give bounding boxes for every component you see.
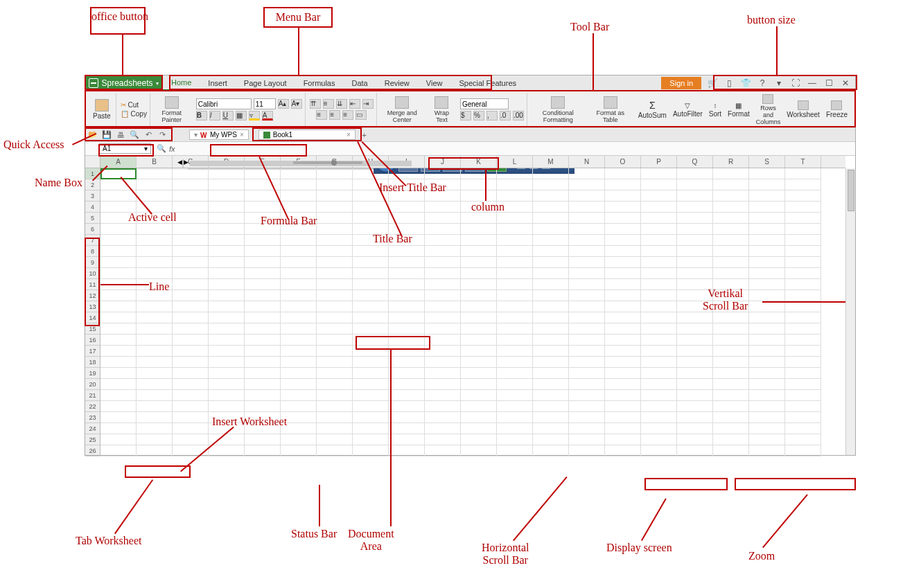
- cell[interactable]: [497, 179, 533, 190]
- cell[interactable]: [569, 423, 605, 434]
- cell[interactable]: [137, 312, 173, 323]
- col-header-Q[interactable]: Q: [677, 156, 713, 168]
- cell[interactable]: [533, 445, 569, 456]
- cell[interactable]: [749, 202, 785, 213]
- cell[interactable]: [353, 290, 389, 301]
- cell[interactable]: [461, 401, 497, 412]
- cell[interactable]: [281, 179, 317, 190]
- cell[interactable]: [137, 357, 173, 368]
- cell[interactable]: [209, 290, 245, 301]
- cell[interactable]: [317, 412, 353, 423]
- cell[interactable]: [713, 346, 749, 357]
- cell[interactable]: [245, 368, 281, 379]
- cell[interactable]: [497, 434, 533, 445]
- cell[interactable]: [461, 312, 497, 323]
- cell[interactable]: [389, 445, 425, 456]
- cell[interactable]: [317, 346, 353, 357]
- cell[interactable]: [497, 246, 533, 257]
- cell[interactable]: [749, 168, 785, 179]
- cell[interactable]: [173, 401, 209, 412]
- cell[interactable]: [100, 290, 137, 301]
- cell[interactable]: [641, 235, 677, 246]
- cell[interactable]: [497, 257, 533, 268]
- cell[interactable]: [425, 202, 461, 213]
- cell[interactable]: [677, 235, 713, 246]
- cell[interactable]: [677, 445, 713, 456]
- cell[interactable]: [317, 268, 353, 279]
- cell[interactable]: [569, 279, 605, 290]
- cell[interactable]: [749, 390, 785, 401]
- cell[interactable]: [749, 312, 785, 323]
- cell[interactable]: [389, 423, 425, 434]
- cell[interactable]: [100, 412, 137, 423]
- cell[interactable]: [713, 190, 749, 202]
- cell[interactable]: [677, 368, 713, 379]
- cell[interactable]: [173, 290, 209, 301]
- cell[interactable]: [317, 279, 353, 290]
- cell[interactable]: [317, 390, 353, 401]
- cell[interactable]: [281, 279, 317, 290]
- row-header-17[interactable]: 17: [85, 346, 100, 357]
- cell[interactable]: [533, 268, 569, 279]
- cell[interactable]: [533, 412, 569, 423]
- cell[interactable]: [425, 268, 461, 279]
- cell[interactable]: [785, 346, 821, 357]
- horizontal-scrollbar[interactable]: ◀ ▶: [182, 159, 184, 168]
- cell[interactable]: [497, 268, 533, 279]
- signin-button[interactable]: Sign in: [661, 77, 701, 89]
- cell[interactable]: [137, 224, 173, 235]
- cell[interactable]: [281, 190, 317, 202]
- cell[interactable]: [641, 301, 677, 312]
- cell[interactable]: [245, 268, 281, 279]
- cell[interactable]: [533, 168, 569, 179]
- cell[interactable]: [749, 401, 785, 412]
- cell[interactable]: [317, 224, 353, 235]
- cell[interactable]: [209, 368, 245, 379]
- cell[interactable]: [533, 434, 569, 445]
- cell[interactable]: [641, 224, 677, 235]
- cell[interactable]: [605, 368, 641, 379]
- cell[interactable]: [353, 412, 389, 423]
- cell[interactable]: [641, 423, 677, 434]
- cell[interactable]: [569, 224, 605, 235]
- cell[interactable]: [317, 335, 353, 346]
- cell[interactable]: [641, 379, 677, 390]
- cell[interactable]: [533, 390, 569, 401]
- cell[interactable]: [425, 323, 461, 335]
- cell[interactable]: [461, 335, 497, 346]
- zoom-tool-icon[interactable]: 🔍: [157, 144, 166, 154]
- cell[interactable]: [461, 235, 497, 246]
- cell[interactable]: [749, 423, 785, 434]
- cell[interactable]: [677, 412, 713, 423]
- cell[interactable]: [749, 434, 785, 445]
- cell[interactable]: [785, 301, 821, 312]
- cell[interactable]: [497, 357, 533, 368]
- cell[interactable]: [209, 312, 245, 323]
- cell[interactable]: [605, 323, 641, 335]
- cell[interactable]: [461, 257, 497, 268]
- cell[interactable]: [785, 257, 821, 268]
- cell[interactable]: [245, 246, 281, 257]
- cell[interactable]: [209, 235, 245, 246]
- cell[interactable]: [641, 357, 677, 368]
- cell[interactable]: [677, 179, 713, 190]
- cell[interactable]: [173, 346, 209, 357]
- zoom-slider[interactable]: [293, 161, 362, 164]
- cell[interactable]: [209, 246, 245, 257]
- row-header-3[interactable]: 3: [85, 190, 100, 202]
- cell[interactable]: [605, 401, 641, 412]
- cell[interactable]: [569, 179, 605, 190]
- cell[interactable]: [137, 246, 173, 257]
- cell[interactable]: [173, 235, 209, 246]
- cell[interactable]: [245, 290, 281, 301]
- cell[interactable]: [605, 445, 641, 456]
- cell[interactable]: [209, 346, 245, 357]
- cell[interactable]: [605, 235, 641, 246]
- cell[interactable]: [353, 312, 389, 323]
- cell[interactable]: [569, 335, 605, 346]
- cell[interactable]: [749, 257, 785, 268]
- cell[interactable]: [137, 423, 173, 434]
- cell[interactable]: [641, 246, 677, 257]
- cell[interactable]: [425, 224, 461, 235]
- cell[interactable]: [713, 312, 749, 323]
